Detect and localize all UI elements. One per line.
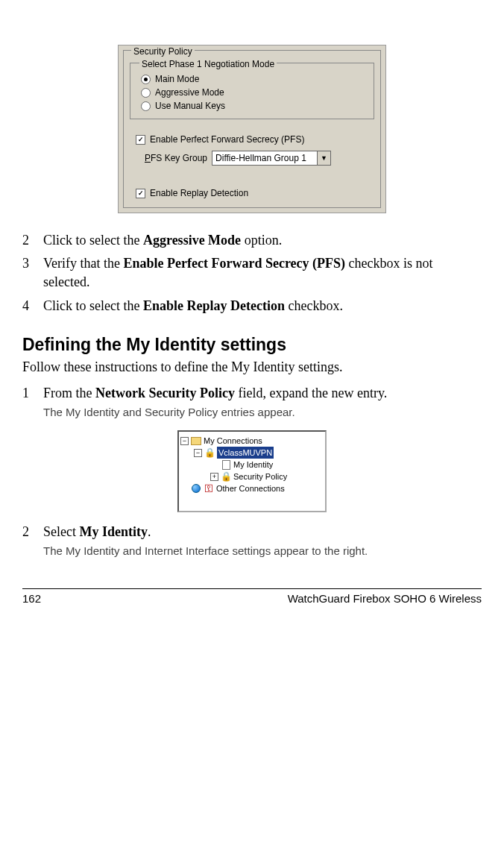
step-text: Select My Identity. The My Identity and … — [43, 523, 482, 559]
tree-label: My Connections — [204, 435, 262, 447]
tree-other-connections[interactable]: ⚿ Other Connections — [180, 482, 324, 494]
step-number: 2 — [22, 523, 33, 541]
checkbox-icon: ✓ — [136, 135, 145, 145]
checkbox-label: Enable Replay Detection — [150, 188, 248, 198]
step-b1: 1 From the Network Security Policy field… — [22, 384, 482, 420]
radio-use-manual-keys[interactable]: Use Manual Keys — [138, 99, 366, 113]
tree-root[interactable]: − My Connections — [180, 435, 324, 447]
step-4: 4 Click to select the Enable Replay Dete… — [22, 297, 482, 315]
step-text: From the Network Security Policy field, … — [43, 384, 482, 420]
step-2: 2 Click to select the Aggressive Mode op… — [22, 231, 482, 250]
tree-security-policy[interactable]: + 🔒 Security Policy — [180, 471, 324, 482]
step-b2: 2 Select My Identity. The My Identity an… — [22, 523, 482, 559]
step-number: 1 — [22, 384, 33, 403]
radio-icon — [141, 101, 151, 111]
radio-icon — [141, 88, 151, 98]
radio-main-mode[interactable]: Main Mode — [138, 72, 366, 86]
page-number: 162 — [22, 592, 41, 605]
page-footer: 162 WatchGuard Firebox SOHO 6 Wireless — [22, 592, 482, 605]
globe-icon — [191, 484, 201, 493]
connections-tree: − My Connections − 🔒 VclassMUVPN My Iden… — [177, 430, 327, 512]
expand-icon[interactable]: + — [210, 473, 218, 481]
section-heading: Defining the My Identity settings — [22, 335, 482, 355]
security-policy-legend: Security Policy — [131, 46, 195, 57]
lock-icon: 🔒 — [221, 472, 231, 481]
document-icon — [221, 460, 231, 469]
step-3: 3 Verify that the Enable Perfect Forward… — [22, 254, 482, 292]
step-number: 4 — [22, 297, 33, 315]
lock-icon: 🔒 — [204, 448, 215, 457]
pfs-key-group-select[interactable]: Diffie-Hellman Group 1 ▼ — [212, 151, 331, 166]
security-policy-panel: Security Policy Select Phase 1 Negotiati… — [118, 45, 386, 213]
checkbox-label: Enable Perfect Forward Secrecy (PFS) — [150, 134, 304, 145]
radio-label: Main Mode — [155, 74, 199, 84]
key-icon: ⚿ — [204, 484, 214, 493]
negotiation-mode-legend: Select Phase 1 Negotiation Mode — [139, 59, 277, 69]
folder-icon — [191, 436, 201, 445]
step-note: The My Identity and Security Policy entr… — [43, 404, 482, 420]
checkbox-enable-replay-detection[interactable]: ✓ Enable Replay Detection — [133, 186, 374, 200]
radio-label: Aggressive Mode — [155, 87, 224, 98]
security-policy-group: Security Policy Select Phase 1 Negotiati… — [123, 50, 381, 208]
radio-label: Use Manual Keys — [155, 101, 225, 111]
section-intro: Follow these instructions to define the … — [22, 358, 482, 377]
pfs-key-group-row: PFS Key Group Diffie-Hellman Group 1 ▼ — [145, 151, 374, 166]
radio-aggressive-mode[interactable]: Aggressive Mode — [138, 86, 366, 99]
step-number: 3 — [22, 254, 33, 273]
radio-icon — [141, 75, 151, 84]
checkbox-icon: ✓ — [136, 189, 145, 198]
collapse-icon[interactable]: − — [194, 449, 202, 457]
dropdown-value: Diffie-Hellman Group 1 — [212, 153, 317, 163]
tree-connection[interactable]: − 🔒 VclassMUVPN — [180, 447, 324, 459]
tree-label-selected: VclassMUVPN — [217, 447, 274, 459]
step-number: 2 — [22, 231, 33, 250]
tree-label: Security Policy — [233, 471, 287, 482]
product-name: WatchGuard Firebox SOHO 6 Wireless — [288, 592, 482, 605]
footer-rule — [22, 588, 482, 589]
chevron-down-icon: ▼ — [317, 151, 330, 165]
pfs-key-group-label: PFS Key Group — [145, 153, 207, 163]
tree-my-identity[interactable]: My Identity — [180, 459, 324, 471]
collapse-icon[interactable]: − — [180, 437, 189, 445]
step-text: Verify that the Enable Perfect Forward S… — [43, 254, 482, 292]
tree-label: My Identity — [233, 459, 273, 471]
step-note: The My Identity and Internet Interface s… — [43, 543, 482, 559]
checkbox-enable-pfs[interactable]: ✓ Enable Perfect Forward Secrecy (PFS) — [133, 133, 374, 146]
step-text: Click to select the Aggressive Mode opti… — [43, 231, 482, 250]
tree-label: Other Connections — [216, 482, 285, 494]
negotiation-mode-group: Select Phase 1 Negotiation Mode Main Mod… — [130, 63, 374, 119]
step-text: Click to select the Enable Replay Detect… — [43, 297, 482, 315]
